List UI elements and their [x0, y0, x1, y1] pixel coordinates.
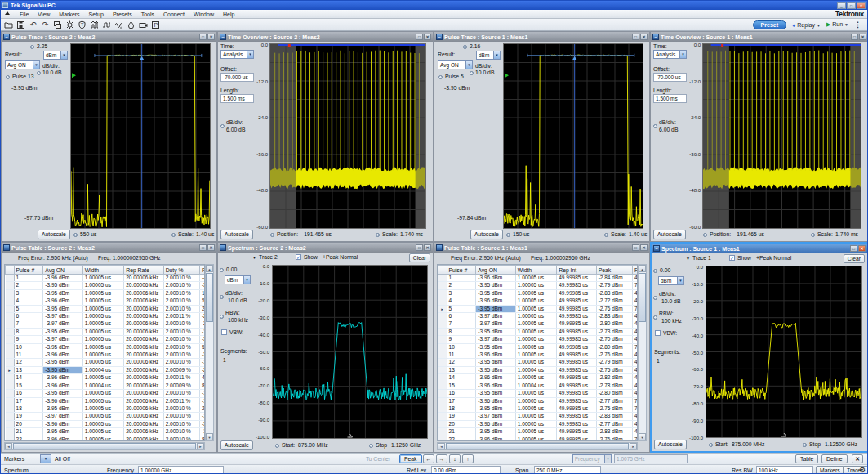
row-selector[interactable]: [438, 405, 447, 412]
column-header[interactable]: Pulse #: [447, 266, 476, 275]
table-row[interactable]: 1-3.96 dBm1.00005 us20.00006 kHz2.00010 …: [6, 275, 206, 282]
row-selector[interactable]: [438, 374, 447, 382]
table-cell[interactable]: 3: [447, 289, 476, 297]
clear-button[interactable]: Clear: [844, 254, 865, 263]
table-cell[interactable]: -3.96 dBm: [476, 297, 515, 305]
top-scale-value[interactable]: 2.16: [470, 43, 480, 49]
table-cell[interactable]: 1.00005 us: [82, 374, 124, 382]
row-selector[interactable]: [438, 382, 447, 389]
table-cell[interactable]: 49.99985 us: [557, 374, 596, 382]
rbw-knob[interactable]: [653, 315, 657, 320]
table-cell[interactable]: 15: [447, 382, 476, 389]
table-cell[interactable]: -- Hz: [199, 275, 205, 282]
row-selector[interactable]: [438, 328, 447, 335]
panel-maximize-button[interactable]: □: [199, 34, 207, 40]
table-cell[interactable]: 1.00005 us: [515, 328, 557, 335]
eject-icon[interactable]: [4, 11, 11, 17]
horizontal-scrollbar[interactable]: ◄ ►: [437, 442, 638, 450]
table-cell[interactable]: 14: [14, 374, 43, 382]
table-cell[interactable]: 2.00010 %: [163, 343, 199, 351]
row-selector[interactable]: [438, 275, 447, 282]
table-cell[interactable]: 6: [447, 313, 476, 320]
table-cell[interactable]: 1.00005 us: [82, 413, 124, 420]
table-cell[interactable]: 2.00010 %: [163, 420, 199, 427]
table-cell[interactable]: 2.00010 %: [163, 289, 199, 297]
table-cell[interactable]: 484.34562: [632, 374, 638, 382]
table-cell[interactable]: -3.96 dBm: [476, 275, 515, 282]
length-input[interactable]: 1.500 ms: [220, 94, 254, 103]
menu-item-file[interactable]: File: [20, 11, 29, 17]
rbw-value[interactable]: 100 kHz: [661, 318, 682, 324]
table-cell[interactable]: -3.96 dBm: [476, 374, 515, 382]
table-cell[interactable]: 11: [447, 351, 476, 359]
marker-up-icon[interactable]: ↑: [462, 454, 474, 463]
row-selector[interactable]: [438, 343, 447, 351]
table-cell[interactable]: 2: [14, 282, 43, 289]
start-knob[interactable]: [275, 444, 279, 448]
table-cell[interactable]: -3.95 dBm: [476, 359, 515, 366]
table-cell[interactable]: 1.00005 us: [82, 405, 124, 412]
row-selector[interactable]: [6, 374, 15, 382]
row-selector[interactable]: [6, 320, 15, 328]
table-cell[interactable]: 792.57811: [632, 397, 638, 405]
panel-header[interactable]: ~ Spectrum : Source 1 : Meas1 □✕: [652, 244, 867, 253]
table-cell[interactable]: 2.00010 %: [163, 328, 199, 335]
pulse-trace-plot[interactable]: [503, 43, 643, 229]
autoscale-button[interactable]: Autoscale: [654, 440, 687, 449]
table-row[interactable]: 22-3.96 dBm1.00005 us20.00006 kHz2.00010…: [6, 436, 206, 441]
scale-value[interactable]: 1.740 ms: [400, 231, 423, 237]
column-header[interactable]: Rep Int: [557, 266, 596, 275]
table-cell[interactable]: -3.96 dBm: [476, 397, 515, 405]
table-cell[interactable]: 6: [14, 313, 43, 320]
table-cell[interactable]: 1.00005 us: [515, 390, 557, 397]
table-cell[interactable]: 584.24375: [199, 297, 205, 305]
table-cell[interactable]: 495.54688: [632, 382, 638, 389]
table-cell[interactable]: 20.00006 kHz: [124, 275, 163, 282]
scroll-thumb[interactable]: [206, 273, 213, 322]
table-cell[interactable]: 49.99985 us: [557, 297, 596, 305]
table-row[interactable]: 4-3.96 dBm1.00005 us20.00006 kHz2.00010 …: [6, 297, 206, 305]
column-header[interactable]: Duty %: [163, 266, 199, 275]
table-cell[interactable]: 13: [447, 366, 476, 373]
maximize-button[interactable]: □: [847, 2, 856, 9]
table-row[interactable]: 1-3.96 dBm1.00005 us49.99985 us-2.84 dBm…: [438, 275, 639, 282]
dbdiv-knob[interactable]: [220, 295, 224, 299]
table-cell[interactable]: -2.79 dBm: [596, 359, 632, 366]
table-cell[interactable]: 18: [14, 405, 43, 412]
table-cell[interactable]: 1.00005 us: [515, 436, 557, 441]
table-cell[interactable]: -2.79 dBm: [596, 282, 632, 289]
top-scale-value[interactable]: 2.25: [37, 43, 47, 49]
table-row[interactable]: 4-3.96 dBm1.00005 us49.99985 us-2.72 dBm…: [438, 297, 639, 305]
run-button[interactable]: ▶ Run ▼: [826, 21, 848, 28]
to-center-button[interactable]: To Center: [366, 456, 390, 462]
table-cell[interactable]: 20.00006 kHz: [124, 420, 163, 427]
position-value[interactable]: -191.465 us: [302, 231, 332, 237]
table-cell[interactable]: -3.96 dBm: [43, 351, 82, 359]
table-cell[interactable]: 1.00005 us: [82, 428, 124, 436]
panel-close-button[interactable]: ✕: [640, 34, 648, 40]
save-icon[interactable]: [16, 20, 26, 30]
panel-close-button[interactable]: ✕: [424, 34, 431, 40]
pulse-table[interactable]: Pulse #Avg ONWidthRep RateDuty %P-R F Di…: [4, 264, 205, 441]
table-cell[interactable]: 1.00005 us: [82, 289, 124, 297]
table-cell[interactable]: 2.00011 %: [163, 397, 199, 405]
table-cell[interactable]: -3.95 dBm: [43, 282, 82, 289]
marker-right-icon[interactable]: →: [436, 454, 447, 463]
column-header[interactable]: Rise: [632, 266, 638, 275]
pulse-number-label[interactable]: Pulse 13: [12, 74, 33, 79]
markers-dropdown[interactable]: ▼: [40, 454, 51, 463]
table-cell[interactable]: -2.83 dBm: [596, 289, 632, 297]
row-selector[interactable]: [438, 428, 447, 436]
table-cell[interactable]: -3.96 dBm: [43, 397, 82, 405]
table-cell[interactable]: 16: [14, 390, 43, 397]
table-cell[interactable]: 1.00005 us: [82, 343, 124, 351]
table-cell[interactable]: 470.70314: [632, 359, 638, 366]
table-cell[interactable]: -3.95 dBm: [43, 359, 82, 366]
table-cell[interactable]: -2.76 dBm: [596, 436, 632, 441]
table-cell[interactable]: 463.12501: [632, 366, 638, 373]
horizontal-scrollbar[interactable]: ◄ ►: [4, 442, 205, 450]
table-cell[interactable]: -3.40940: [199, 420, 205, 427]
table-cell[interactable]: -3.97 dBm: [43, 336, 82, 343]
peak-button[interactable]: Peak: [399, 454, 422, 463]
table-cell[interactable]: -2.77 dBm: [596, 420, 632, 427]
